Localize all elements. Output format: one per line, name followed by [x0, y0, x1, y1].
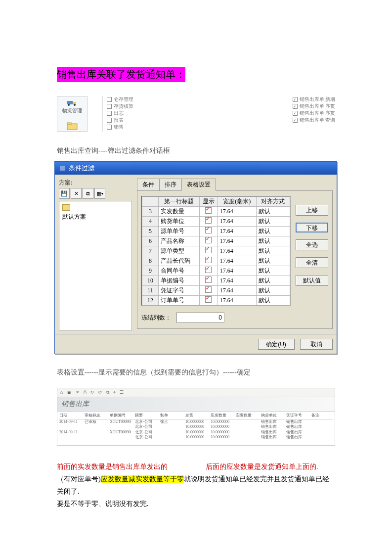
- table-row: 5源单单号17.64默认: [142, 227, 290, 236]
- col-width: 宽度(毫米): [218, 197, 256, 207]
- note-left: 前面的实发数量是销售出库单发出的: [57, 463, 168, 470]
- svg-point-3: [74, 104, 76, 106]
- svg-rect-5: [67, 123, 71, 125]
- table-row: 10单据编号17.64默认: [142, 276, 290, 286]
- note2-prefix: （有对应单号): [57, 475, 101, 483]
- result-banner: 销售出库: [57, 397, 335, 412]
- freeze-input[interactable]: [176, 313, 224, 323]
- svg-rect-0: [67, 101, 73, 104]
- result-table: 日期审核标志单据编号摘要制单发货应发数量实发数量购货单位凭证字号备注 2014-…: [57, 412, 335, 446]
- tab-strip: 条件 排序 表格设置: [137, 179, 333, 191]
- tab-table-settings[interactable]: 表格设置: [181, 179, 216, 191]
- dialog-title: 条件过滤: [69, 164, 94, 173]
- move-up-button[interactable]: 上移: [296, 205, 328, 216]
- note2-highlight: 应发数量减实发数量等于零: [101, 475, 184, 483]
- nav-right-list: 销售出库单 新增 销售出库单 序贯 销售出库单 序贯 销售出库单 查询: [293, 96, 336, 132]
- scheme-item[interactable]: 默认方案: [62, 213, 129, 221]
- table-row: 11凭证字号17.64默认: [142, 286, 290, 296]
- delete-icon[interactable]: ✕: [71, 188, 82, 199]
- nav-left-card: 物流管理: [57, 96, 87, 132]
- result-toolbar: ⌂ ▣ ✕ ⎙ ⟲ ⟳ ⧉ ⌖ ☰: [57, 388, 335, 397]
- table-row: 8产品长代码17.64默认: [142, 256, 290, 266]
- result-screenshot: ⌂ ▣ ✕ ⎙ ⟲ ⟳ ⧉ ⌖ ☰ 销售出库 日期审核标志单据编号摘要制单发货应…: [57, 388, 335, 446]
- table-row: 3实发数量17.64默认: [142, 207, 290, 217]
- col-show: 显示: [199, 197, 218, 207]
- filter-icon: [59, 165, 66, 172]
- table-row: 7源单类型17.64默认: [142, 246, 290, 256]
- select-all-button[interactable]: 全选: [296, 239, 328, 250]
- default-button[interactable]: 默认值: [296, 275, 328, 286]
- col-title: 第一行标题: [159, 197, 200, 207]
- svg-point-2: [68, 104, 70, 106]
- scheme-label: 方案:: [59, 179, 132, 187]
- columns-grid[interactable]: 第一行标题 显示 宽度(毫米) 对齐方式 3实发数量17.64默认 4购货单位1…: [141, 196, 291, 306]
- heading-highlight: 销售出库关联了发货通知单：: [57, 67, 335, 82]
- col-align: 对齐方式: [256, 197, 290, 207]
- table-row: 9合同单号17.64默认: [142, 266, 290, 276]
- notes-block: 前面的实发数量是销售出库单发出的 后面的应发数量是发货通知单上面的. （有对应单…: [57, 461, 335, 510]
- cancel-button[interactable]: 取消: [300, 339, 333, 350]
- note-right: 后面的应发数量是发货通知单上面的.: [206, 463, 318, 470]
- list-item: 北京-公司10.000000010.0000000销售出库销售出库: [59, 435, 333, 440]
- list-item: 2014-09-11已审核XOUT000906北京-公司张三10.0000000…: [59, 419, 333, 424]
- result-banner-text: 销售出库: [61, 400, 89, 409]
- paragraph-1: 销售出库查询----弹出过滤条件对话框: [57, 146, 335, 155]
- copy-icon[interactable]: ⧉: [83, 188, 93, 199]
- folder-icon: [57, 122, 87, 131]
- truck-icon: [57, 97, 87, 107]
- nav-left-label: 物流管理: [57, 107, 87, 114]
- paragraph-2: 表格设置------显示需要的信息（找到需要的信息打勾）------确定: [57, 368, 335, 377]
- nav-mid-list: 仓存管理 存货核算 日志 报表 销售: [102, 96, 278, 132]
- freeze-label: 冻结列数：: [141, 314, 171, 322]
- heading-text: 销售出库关联了发货通知单：: [57, 67, 185, 82]
- svg-rect-6: [60, 166, 65, 171]
- table-row-selected: 13应发数量17.64默认: [142, 306, 290, 306]
- table-row: 12订单单号17.64默认: [142, 296, 290, 306]
- clear-all-button[interactable]: 全清: [296, 257, 328, 268]
- table-row: 4购货单位17.64默认: [142, 217, 290, 227]
- tab-sort[interactable]: 排序: [159, 179, 182, 191]
- note3: 要是不等于零、说明没有发完.: [57, 498, 335, 510]
- scheme-list[interactable]: 默认方案: [59, 201, 132, 330]
- tab-condition[interactable]: 条件: [137, 179, 160, 191]
- save-icon[interactable]: 💾: [59, 188, 70, 199]
- filter-dialog: 条件过滤 方案: 💾 ✕ ⧉ ▦▾ 默认方案 条件 排序: [54, 161, 337, 354]
- folder-icon: [62, 204, 70, 211]
- move-down-button[interactable]: 下移: [296, 223, 328, 232]
- list-item: 2014-09-11XOUT000906北京-公司10.000000010.00…: [59, 430, 333, 435]
- check-icon[interactable]: [205, 207, 212, 214]
- dialog-titlebar: 条件过滤: [55, 162, 337, 175]
- ok-button[interactable]: 确定(U): [258, 339, 295, 350]
- list-item: 北京-公司10.000000010.0000000销售出库销售出库: [59, 424, 333, 429]
- scheme-toolbar: 💾 ✕ ⧉ ▦▾: [59, 188, 132, 199]
- nav-screenshot: 物流管理 仓存管理 存货核算 日志 报表 销售 销售出库单 新增 销售出库单 序…: [57, 96, 335, 132]
- grid-icon[interactable]: ▦▾: [94, 188, 105, 199]
- table-row: 6产品名称17.64默认: [142, 236, 290, 246]
